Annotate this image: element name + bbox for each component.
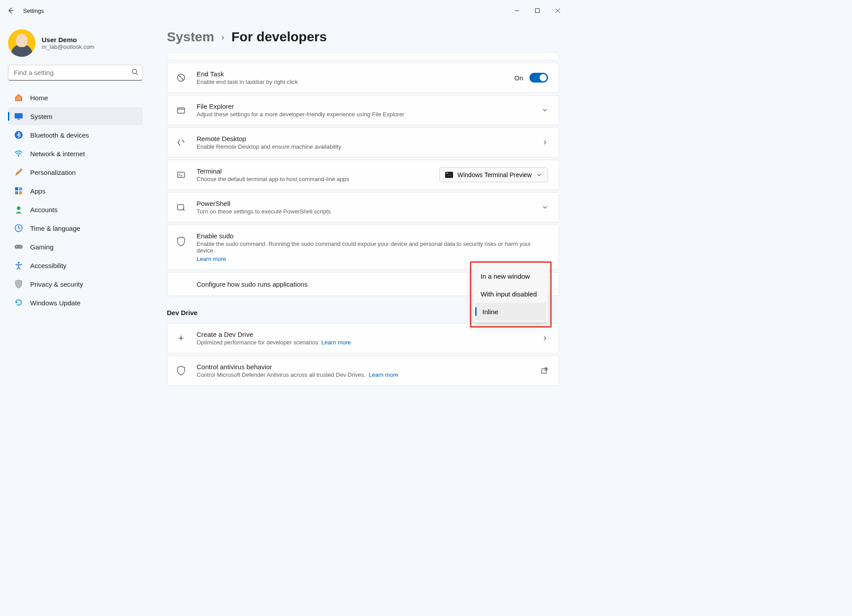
card-remote-desktop[interactable]: Remote Desktop Enable Remote Desktop and… (167, 127, 559, 158)
svg-point-14 (20, 246, 21, 247)
search-box (8, 65, 143, 81)
user-email: m_lab@outlook.com (42, 43, 95, 50)
card-desc: Optimized performance for developer scen… (197, 339, 318, 346)
card-terminal: Terminal Choose the default terminal app… (167, 160, 559, 190)
close-icon (555, 8, 560, 13)
learn-more-link[interactable]: Learn more (321, 339, 351, 346)
sidebar-item-apps[interactable]: Apps (8, 182, 143, 200)
svg-point-10 (17, 206, 20, 210)
sidebar-item-personalization[interactable]: Personalization (8, 163, 143, 181)
shield-icon (176, 366, 186, 375)
svg-rect-7 (19, 187, 22, 190)
minimize-button[interactable] (507, 4, 527, 18)
sidebar-item-label: Gaming (30, 243, 54, 251)
chevron-down-icon (536, 172, 542, 178)
sidebar-item-privacy-security[interactable]: Privacy & security (8, 275, 143, 293)
sudo-option-inline[interactable]: Inline (475, 303, 546, 320)
dropdown-value: Windows Terminal Preview (458, 171, 532, 178)
wifi-icon (14, 149, 23, 158)
learn-more-link[interactable]: Learn more (197, 256, 226, 262)
no-sign-icon (176, 73, 186, 83)
page-title: For developers (231, 29, 327, 44)
terminal-icon (176, 170, 186, 180)
minimize-icon (514, 8, 520, 13)
sidebar-item-time-language[interactable]: Time & language (8, 219, 143, 237)
avatar (8, 29, 36, 57)
card-title: File Explorer (197, 103, 542, 110)
card-powershell[interactable]: PowerShell Turn on these settings to exe… (167, 192, 559, 222)
learn-more-link[interactable]: Learn more (369, 371, 398, 378)
card-create-dev-drive[interactable]: + Create a Dev Drive Optimized performan… (167, 323, 559, 353)
card-title: Terminal (197, 167, 439, 175)
end-task-toggle[interactable] (529, 73, 548, 83)
sudo-option-in-a-new-window[interactable]: In a new window (473, 267, 548, 285)
update-icon (14, 298, 23, 307)
terminal-app-icon (445, 172, 453, 178)
svg-rect-0 (536, 9, 540, 13)
svg-rect-8 (15, 191, 18, 194)
terminal-dropdown[interactable]: Windows Terminal Preview (439, 167, 548, 182)
svg-rect-17 (178, 108, 185, 113)
svg-point-1 (132, 69, 137, 74)
sidebar-item-windows-update[interactable]: Windows Update (8, 294, 143, 312)
card-enable-sudo: Enable sudo Enable the sudo command. Run… (167, 225, 559, 270)
card-desc: Enable the sudo command. Running the sud… (197, 241, 531, 254)
sidebar-item-label: Home (30, 94, 48, 102)
sidebar-item-accounts[interactable]: Accounts (8, 201, 143, 218)
sidebar-item-label: Network & internet (30, 150, 85, 158)
clock-icon (14, 224, 23, 233)
card-desc: Enable end task in taskbar by right clic… (197, 79, 514, 85)
card-desc: Control Microsoft Defender Antivirus acr… (197, 371, 366, 378)
back-button[interactable] (4, 4, 18, 18)
card-title: Control antivirus behavior (197, 363, 541, 371)
svg-rect-3 (17, 119, 20, 120)
sudo-mode-dropdown[interactable]: In a new windowWith input disabledInline (473, 265, 548, 322)
card-title: PowerShell (197, 200, 542, 207)
titlebar: Settings (0, 0, 572, 21)
folder-icon (176, 105, 186, 115)
brush-icon (14, 168, 23, 177)
close-button[interactable] (548, 4, 568, 18)
sidebar-item-gaming[interactable]: Gaming (8, 238, 143, 256)
toggle-label: On (514, 74, 523, 82)
powershell-icon (176, 202, 186, 212)
sidebar-item-label: Privacy & security (30, 280, 83, 288)
sidebar-item-label: Windows Update (30, 299, 80, 307)
home-icon (14, 93, 23, 102)
svg-rect-12 (15, 245, 23, 249)
main-content: System › For developers End Task Enable … (151, 21, 572, 413)
svg-rect-18 (178, 172, 185, 178)
sidebar-item-system[interactable]: System (8, 107, 143, 125)
apps-icon (14, 186, 23, 195)
sidebar-item-label: Time & language (30, 225, 80, 232)
maximize-button[interactable] (527, 4, 548, 18)
user-profile[interactable]: User Demo m_lab@outlook.com (8, 29, 143, 57)
card-file-explorer[interactable]: File Explorer Adjust these settings for … (167, 95, 559, 125)
svg-rect-19 (178, 205, 184, 210)
card-title: Create a Dev Drive (197, 331, 542, 338)
sidebar-item-network-internet[interactable]: Network & internet (8, 145, 143, 162)
chevron-right-icon (542, 139, 548, 146)
chevron-down-icon (542, 204, 548, 210)
sidebar-item-accessibility[interactable]: Accessibility (8, 257, 143, 274)
sidebar-item-bluetooth-devices[interactable]: Bluetooth & devices (8, 126, 143, 144)
sidebar-item-label: Personalization (30, 169, 76, 176)
shield-icon (14, 280, 23, 288)
sidebar-item-home[interactable]: Home (8, 89, 143, 107)
sidebar-item-label: System (30, 113, 52, 120)
svg-point-15 (18, 262, 20, 264)
sudo-option-with-input-disabled[interactable]: With input disabled (473, 285, 548, 303)
account-icon (14, 205, 23, 214)
card-title: Enable sudo (197, 232, 548, 240)
search-input[interactable] (8, 65, 143, 81)
card-antivirus[interactable]: Control antivirus behavior Control Micro… (167, 355, 559, 386)
remote-icon (176, 138, 186, 147)
card-title: Remote Desktop (197, 135, 542, 142)
search-icon (131, 68, 138, 77)
breadcrumb-parent[interactable]: System (167, 29, 214, 44)
chevron-right-icon: › (221, 32, 225, 42)
svg-rect-9 (19, 191, 22, 194)
sidebar-item-label: Bluetooth & devices (30, 131, 89, 139)
svg-rect-2 (15, 113, 23, 118)
window-title: Settings (23, 8, 44, 14)
